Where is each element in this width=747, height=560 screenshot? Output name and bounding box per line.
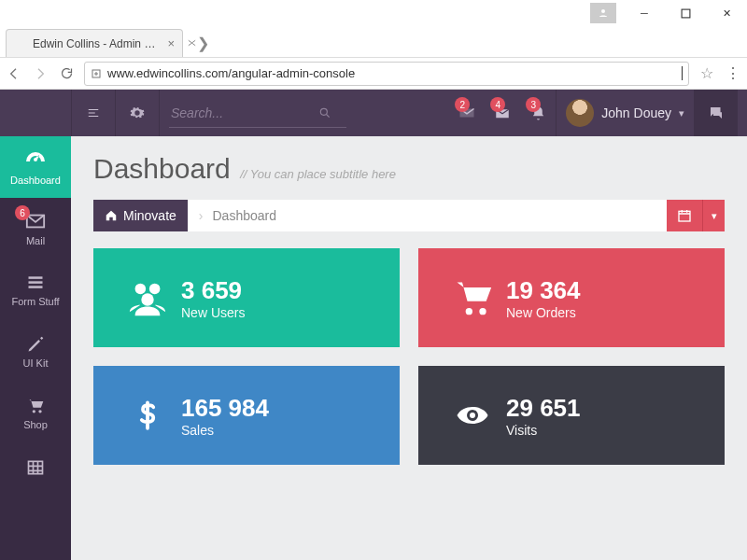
browser-toolbar: www.edwincollins.com/angular-admin-conso… [0, 58, 747, 90]
card-new-users[interactable]: 3 659 New Users [93, 248, 400, 347]
card-label: New Users [181, 305, 245, 320]
card-new-orders[interactable]: 19 364 New Orders [418, 248, 725, 347]
home-icon [105, 209, 118, 222]
svg-rect-11 [29, 461, 43, 473]
card-label: Sales [181, 423, 269, 438]
search-icon[interactable] [318, 106, 331, 119]
svg-point-10 [38, 410, 41, 413]
sidebar-item-shop[interactable]: Shop [0, 383, 71, 444]
svg-point-9 [33, 410, 35, 413]
list-icon [25, 273, 46, 292]
sidebar-item-tables[interactable] [0, 444, 71, 491]
svg-rect-1 [682, 9, 690, 18]
notif-mail-button[interactable]: 4 [485, 90, 520, 136]
card-label: Visits [506, 423, 581, 438]
bookmark-star-icon[interactable]: ☆ [698, 65, 715, 82]
breadcrumb: Minovate › Dashboard ▾ [93, 200, 725, 231]
browser-menu-button[interactable]: ⋮ [725, 65, 741, 82]
card-value: 19 364 [506, 276, 581, 305]
svg-point-14 [149, 284, 161, 295]
card-visits[interactable]: 29 651 Visits [418, 366, 725, 465]
eye-icon [439, 399, 506, 432]
sidebar-item-mail[interactable]: 6 Mail [0, 198, 71, 259]
sidebar-item-uikit[interactable]: UI Kit [0, 321, 71, 383]
svg-rect-7 [29, 281, 43, 284]
sidebar-item-formstuff[interactable]: Form Stuff [0, 259, 71, 321]
svg-rect-12 [679, 211, 690, 221]
toggle-sidebar-button[interactable] [72, 90, 115, 136]
chevron-right-icon: › [199, 208, 204, 223]
notif-bell-button[interactable]: 3 [520, 90, 556, 136]
stat-cards: 3 659 New Users 19 364 New Orders 165 98… [71, 248, 747, 465]
favicon-icon [14, 37, 27, 50]
breadcrumb-current: Dashboard [212, 208, 276, 223]
nav-forward-button[interactable] [32, 65, 49, 82]
card-value: 29 651 [506, 394, 581, 423]
page-title: Dashboard [93, 153, 231, 185]
card-sales[interactable]: 165 984 Sales [93, 366, 400, 465]
main-content: Dashboard // You can place subtitle here… [71, 136, 747, 560]
dollar-icon [114, 394, 181, 437]
sidebar-item-dashboard[interactable]: Dashboard [0, 136, 71, 198]
topbar-search[interactable] [169, 98, 346, 128]
breadcrumb-home-label: Minovate [123, 208, 176, 223]
new-tab-button[interactable]: ❯ [187, 32, 209, 54]
svg-point-0 [601, 9, 605, 13]
window-close-button[interactable]: ✕ [706, 0, 747, 26]
tab-close-icon[interactable]: × [167, 36, 175, 50]
sidebar-item-label: Form Stuff [11, 296, 59, 307]
search-input[interactable] [169, 102, 318, 124]
browser-tab[interactable]: Edwin Collins - Admin Dashboard × [6, 29, 183, 57]
pencil-icon [26, 335, 45, 354]
nav-reload-button[interactable] [58, 65, 75, 82]
breadcrumb-path: › Dashboard [188, 200, 667, 231]
window-maximize-button[interactable] [665, 0, 706, 26]
nav-back-button[interactable] [6, 65, 22, 82]
app-topbar: 2 4 3 John Douey ▾ [0, 90, 747, 136]
sidebar-mail-badge: 6 [15, 205, 30, 220]
table-icon [25, 458, 46, 477]
chat-drawer-button[interactable] [695, 90, 738, 136]
svg-rect-6 [29, 276, 43, 279]
card-value: 165 984 [181, 394, 269, 423]
svg-point-17 [479, 308, 486, 315]
breadcrumb-home[interactable]: Minovate [93, 200, 188, 231]
sidebar-item-label: Shop [23, 419, 48, 430]
page-header: Dashboard // You can place subtitle here [71, 136, 747, 190]
user-menu[interactable]: John Douey ▾ [557, 99, 694, 127]
page-info-icon [91, 68, 102, 79]
svg-point-16 [466, 308, 472, 315]
window-titlebar: ─ ✕ [0, 0, 747, 26]
avatar [566, 99, 594, 127]
date-picker-dropdown[interactable]: ▾ [702, 200, 725, 231]
sidebar-item-label: Dashboard [10, 175, 61, 186]
window-user-icon[interactable] [590, 3, 616, 23]
cart-icon [439, 277, 506, 318]
svg-point-15 [141, 293, 153, 305]
address-bar-url: www.edwincollins.com/angular-admin-conso… [107, 66, 681, 80]
date-picker-button[interactable] [667, 200, 702, 231]
address-cursor [682, 66, 683, 80]
page-subtitle: // You can place subtitle here [240, 167, 396, 181]
svg-point-13 [135, 284, 147, 295]
sidebar: Dashboard 6 Mail Form Stuff UI Kit Shop [0, 136, 71, 560]
notif-envelope-button[interactable]: 2 [449, 90, 485, 136]
window-minimize-button[interactable]: ─ [624, 0, 665, 26]
address-bar[interactable]: www.edwincollins.com/angular-admin-conso… [84, 62, 689, 86]
sidebar-item-label: Mail [26, 235, 45, 246]
card-label: New Orders [506, 305, 581, 320]
user-name: John Douey [601, 105, 671, 120]
browser-tabstrip: Edwin Collins - Admin Dashboard × ❯ [0, 26, 747, 58]
card-value: 3 659 [181, 276, 245, 305]
app-logo[interactable] [0, 90, 71, 136]
cart-icon [25, 397, 46, 415]
svg-point-19 [470, 413, 475, 418]
sidebar-item-label: UI Kit [23, 357, 49, 369]
gauge-icon [24, 148, 47, 171]
svg-point-3 [320, 108, 327, 115]
chevron-down-icon: ▾ [679, 107, 684, 119]
browser-tab-title: Edwin Collins - Admin Dashboard [33, 37, 160, 50]
settings-gear-button[interactable] [116, 90, 159, 136]
svg-rect-8 [29, 286, 43, 288]
users-icon [114, 276, 181, 319]
